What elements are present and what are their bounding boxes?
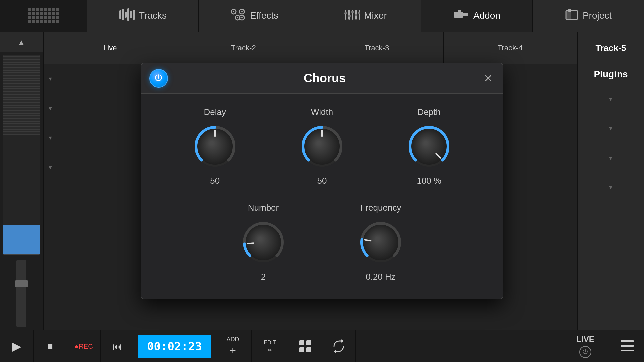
number-value: 2 <box>261 272 266 282</box>
modal-title: Chorus <box>168 71 481 85</box>
play-button[interactable]: ▶ <box>0 330 34 362</box>
modal-header: Chorus ✕ <box>141 63 503 94</box>
width-label: Width <box>311 107 333 117</box>
depth-knob-container: Depth 100 % <box>404 107 454 186</box>
svg-rect-2 <box>125 12 127 18</box>
svg-rect-23 <box>358 12 360 14</box>
tab-effects-label: Effects <box>250 10 278 21</box>
modal-overlay: Chorus ✕ Delay 50 Width <box>0 32 644 330</box>
svg-rect-28 <box>566 10 571 20</box>
depth-knob[interactable] <box>404 121 454 172</box>
logo-grid <box>28 8 59 23</box>
svg-point-11 <box>237 17 238 18</box>
app-logo <box>0 0 87 32</box>
main-area: ▲ Live Track-2 Track-3 Track-4 <box>0 32 644 330</box>
width-knob-container: Width 50 <box>297 107 347 186</box>
tab-project[interactable]: Project <box>533 0 644 32</box>
svg-rect-34 <box>621 340 634 342</box>
effects-icon <box>230 8 246 24</box>
tab-mixer-label: Mixer <box>364 10 387 21</box>
tab-effects[interactable]: Effects <box>199 0 310 32</box>
svg-rect-26 <box>458 10 461 12</box>
svg-rect-5 <box>133 10 135 20</box>
svg-rect-21 <box>351 11 354 13</box>
svg-rect-25 <box>463 13 468 16</box>
svg-rect-3 <box>127 8 129 21</box>
frequency-value: 0.20 Hz <box>366 272 396 282</box>
mixer-icon <box>344 8 360 24</box>
tab-mixer[interactable]: Mixer <box>310 0 421 32</box>
delay-label: Delay <box>204 107 226 117</box>
delay-knob-container: Delay 50 <box>190 107 240 186</box>
menu-button[interactable] <box>610 330 644 362</box>
add-button[interactable]: ADD + <box>215 330 252 362</box>
depth-value: 100 % <box>417 176 441 186</box>
tracks-icon <box>119 8 135 24</box>
width-value: 50 <box>317 176 327 186</box>
edit-button[interactable]: EDIT ✏ <box>252 330 288 362</box>
tab-addon-label: Addon <box>473 10 500 21</box>
frequency-label: Frequency <box>360 203 401 213</box>
svg-rect-20 <box>348 15 351 17</box>
tab-tracks[interactable]: Tracks <box>87 0 199 32</box>
tab-project-label: Project <box>583 10 612 21</box>
number-knob-container: Number 2 <box>238 203 288 282</box>
svg-rect-15 <box>348 10 350 20</box>
svg-point-13 <box>241 17 243 18</box>
live-power-icon <box>579 346 591 358</box>
svg-rect-18 <box>359 10 360 20</box>
delay-value: 50 <box>210 176 220 186</box>
svg-rect-35 <box>621 345 634 347</box>
bottom-toolbar: ▶ ■ ●REC ⏮ 00:02:23 ADD + EDIT ✏ <box>0 330 644 362</box>
chorus-modal: Chorus ✕ Delay 50 Width <box>141 63 503 299</box>
svg-rect-29 <box>568 9 571 12</box>
delay-knob[interactable] <box>190 121 240 172</box>
stop-button[interactable]: ■ <box>34 330 67 362</box>
svg-rect-32 <box>299 347 304 352</box>
svg-rect-19 <box>344 12 347 14</box>
top-nav: Tracks Effects <box>0 0 644 32</box>
width-knob[interactable] <box>297 121 347 172</box>
tab-tracks-label: Tracks <box>139 10 167 21</box>
svg-rect-31 <box>306 340 311 345</box>
svg-rect-4 <box>130 11 132 18</box>
loop-button[interactable] <box>322 330 356 362</box>
svg-rect-24 <box>454 12 463 18</box>
addon-icon <box>453 8 469 24</box>
number-label: Number <box>248 203 279 213</box>
svg-point-9 <box>241 11 243 12</box>
modal-body: Delay 50 Width 50 <box>141 94 503 299</box>
rewind-button[interactable]: ⏮ <box>101 330 134 362</box>
number-knob[interactable] <box>238 217 288 267</box>
live-button[interactable]: LIVE <box>560 330 610 362</box>
svg-rect-30 <box>299 340 304 345</box>
svg-rect-33 <box>306 347 311 352</box>
knobs-row-top: Delay 50 Width 50 <box>161 107 483 186</box>
grid-button[interactable] <box>288 330 322 362</box>
svg-rect-1 <box>122 9 124 20</box>
project-icon <box>565 8 579 24</box>
svg-point-7 <box>233 11 234 12</box>
frequency-knob-container: Frequency 0.20 Hz <box>356 203 406 282</box>
knobs-row-bottom: Number 2 Frequency 0.20 Hz <box>161 203 483 282</box>
svg-rect-0 <box>119 10 121 19</box>
rec-button[interactable]: ●REC <box>67 330 101 362</box>
time-display[interactable]: 00:02:23 <box>138 335 211 358</box>
tab-addon[interactable]: Addon <box>421 0 533 32</box>
svg-rect-36 <box>621 350 634 351</box>
svg-rect-14 <box>345 10 346 20</box>
close-button[interactable]: ✕ <box>481 72 495 85</box>
depth-label: Depth <box>418 107 441 117</box>
svg-rect-22 <box>355 14 357 16</box>
power-button[interactable] <box>149 69 168 88</box>
frequency-knob[interactable] <box>356 217 406 267</box>
